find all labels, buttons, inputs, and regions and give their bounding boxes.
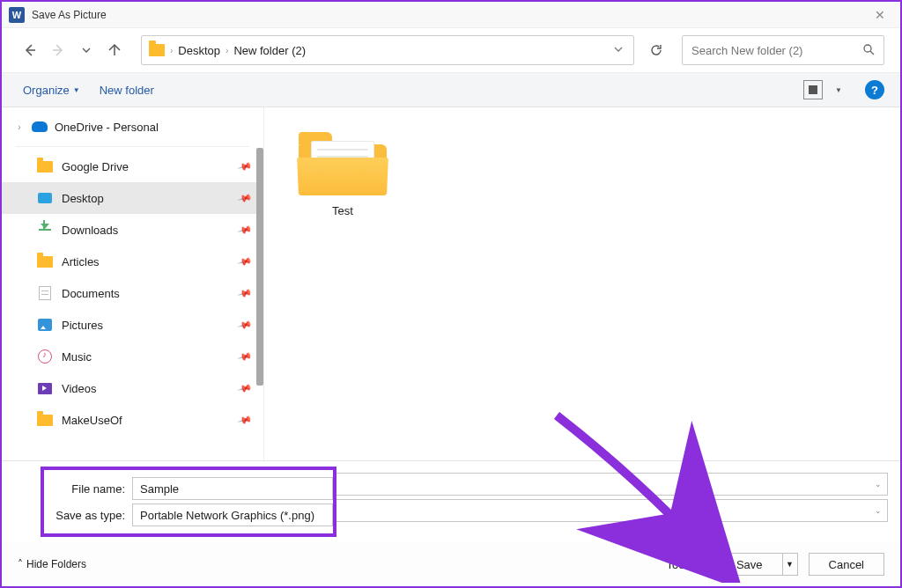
- folder-large-icon: [299, 129, 387, 195]
- pin-icon: 📌: [237, 222, 254, 238]
- onedrive-icon: [32, 119, 48, 135]
- sidebar-item-label: MakeUseOf: [62, 414, 122, 427]
- breadcrumb-item[interactable]: Desktop: [178, 44, 220, 57]
- sidebar-item-google-drive[interactable]: Google Drive 📌: [2, 151, 263, 182]
- filename-input[interactable]: Sample: [132, 477, 333, 500]
- pin-icon: 📌: [237, 158, 254, 174]
- folder-label: Test: [294, 204, 391, 217]
- filetype-select[interactable]: Portable Network Graphics (*.png): [132, 503, 333, 526]
- sidebar-item-downloads[interactable]: Downloads 📌: [2, 214, 263, 246]
- up-button[interactable]: [102, 38, 127, 62]
- sidebar-item-label: Articles: [62, 255, 100, 268]
- folder-item-test[interactable]: Test: [294, 129, 391, 217]
- sidebar-item-pictures[interactable]: Pictures 📌: [2, 309, 263, 341]
- titlebar: W Save As Picture ✕: [2, 2, 900, 28]
- arrow-up-icon: [107, 43, 122, 57]
- forward-button[interactable]: [46, 38, 70, 62]
- document-icon: [37, 285, 53, 301]
- breadcrumb-item[interactable]: New folder (2): [233, 44, 306, 57]
- refresh-button[interactable]: [641, 35, 671, 65]
- sidebar-item-music[interactable]: Music 📌: [2, 341, 263, 372]
- pin-icon: 📌: [237, 190, 254, 206]
- search-input[interactable]: [691, 44, 862, 57]
- pin-icon: 📌: [237, 412, 254, 428]
- sidebar-item-label: Videos: [62, 382, 97, 395]
- hide-folders-label: Hide Folders: [26, 558, 86, 570]
- address-dropdown[interactable]: [610, 40, 626, 60]
- bottom-panel: File name: Sample Save as type: Portable…: [2, 460, 900, 586]
- back-button[interactable]: [18, 38, 42, 62]
- pin-icon: 📌: [237, 317, 254, 333]
- music-icon: [37, 349, 53, 364]
- recent-dropdown[interactable]: [74, 38, 99, 62]
- close-button[interactable]: ✕: [867, 2, 893, 28]
- toolbar: Organize ▼ New folder ▼ ?: [2, 72, 900, 107]
- file-list-pane[interactable]: Test: [264, 107, 900, 460]
- folder-icon: [37, 158, 53, 174]
- sidebar-item-label: Music: [62, 350, 92, 364]
- breadcrumb-sep-icon: ›: [170, 46, 173, 55]
- organize-menu[interactable]: Organize ▼: [18, 80, 85, 100]
- body-panel: › OneDrive - Personal Google Drive 📌 Des…: [2, 107, 900, 460]
- chevron-up-icon: ˄: [18, 558, 23, 570]
- nav-bar: › Desktop › New folder (2): [2, 28, 900, 72]
- save-dropdown[interactable]: ▼: [782, 553, 798, 576]
- help-button[interactable]: ?: [865, 80, 884, 99]
- expand-icon[interactable]: ›: [14, 122, 25, 132]
- search-icon[interactable]: [862, 43, 875, 58]
- sidebar-scrollbar[interactable]: [256, 148, 263, 386]
- sidebar-item-videos[interactable]: Videos 📌: [2, 372, 263, 404]
- video-icon: [37, 380, 53, 396]
- sidebar-item-desktop[interactable]: Desktop 📌: [2, 182, 263, 214]
- hide-folders-button[interactable]: ˄ Hide Folders: [18, 558, 86, 570]
- arrow-left-icon: [23, 43, 37, 57]
- separator: [16, 146, 249, 147]
- chevron-down-icon: ▼: [73, 86, 80, 94]
- filetype-row: Save as type: Portable Network Graphics …: [44, 502, 333, 528]
- footer: ˄ Hide Folders Tools ▼ Save ▼ Cancel: [2, 542, 900, 586]
- desktop-icon: [37, 190, 53, 206]
- filename-row: File name: Sample: [44, 475, 333, 502]
- search-box[interactable]: [682, 35, 884, 65]
- refresh-icon: [649, 43, 663, 57]
- pin-icon: 📌: [237, 254, 254, 269]
- filename-input-ext[interactable]: ⌄: [336, 473, 888, 496]
- save-as-dialog: W Save As Picture ✕ › Desktop › New fold…: [0, 0, 902, 588]
- arrow-right-icon: [51, 43, 65, 57]
- save-button[interactable]: Save: [716, 553, 782, 576]
- sidebar-item-label: Google Drive: [62, 160, 129, 173]
- sidebar-item-makeuseof[interactable]: MakeUseOf 📌: [2, 404, 263, 436]
- picture-icon: [37, 317, 53, 333]
- save-button-group: Save ▼: [716, 553, 798, 576]
- chevron-down-icon[interactable]: ⌄: [875, 506, 882, 515]
- tools-label: Tools: [667, 558, 693, 571]
- new-folder-label: New folder: [100, 84, 154, 97]
- word-app-icon: W: [9, 7, 25, 23]
- svg-point-0: [864, 45, 871, 52]
- sidebar-item-onedrive[interactable]: › OneDrive - Personal: [2, 111, 263, 143]
- sidebar-item-label: Pictures: [62, 319, 103, 332]
- annotation-highlight: File name: Sample Save as type: Portable…: [41, 467, 336, 537]
- view-icon: [809, 85, 817, 94]
- address-bar[interactable]: › Desktop › New folder (2): [141, 35, 634, 65]
- pin-icon: 📌: [237, 285, 254, 301]
- new-folder-button[interactable]: New folder: [94, 80, 159, 100]
- tools-menu[interactable]: Tools ▼: [667, 558, 706, 571]
- sidebar-item-label: OneDrive - Personal: [55, 121, 159, 134]
- filename-label: File name:: [44, 482, 132, 496]
- pin-icon: 📌: [237, 380, 254, 396]
- chevron-down-icon[interactable]: ⌄: [875, 480, 882, 489]
- chevron-down-icon: [614, 45, 623, 54]
- filetype-select-ext[interactable]: ⌄: [336, 499, 888, 522]
- chevron-down-icon: [82, 46, 91, 55]
- sidebar-item-label: Desktop: [62, 192, 104, 205]
- window-title: Save As Picture: [32, 9, 107, 21]
- filetype-label: Save as type:: [44, 509, 132, 522]
- organize-label: Organize: [23, 84, 70, 97]
- sidebar-item-articles[interactable]: Articles 📌: [2, 246, 263, 277]
- cancel-button[interactable]: Cancel: [809, 553, 884, 576]
- view-dropdown[interactable]: ▼: [835, 86, 842, 94]
- view-mode-button[interactable]: [803, 80, 823, 99]
- folder-icon: [37, 254, 53, 269]
- sidebar-item-documents[interactable]: Documents 📌: [2, 277, 263, 309]
